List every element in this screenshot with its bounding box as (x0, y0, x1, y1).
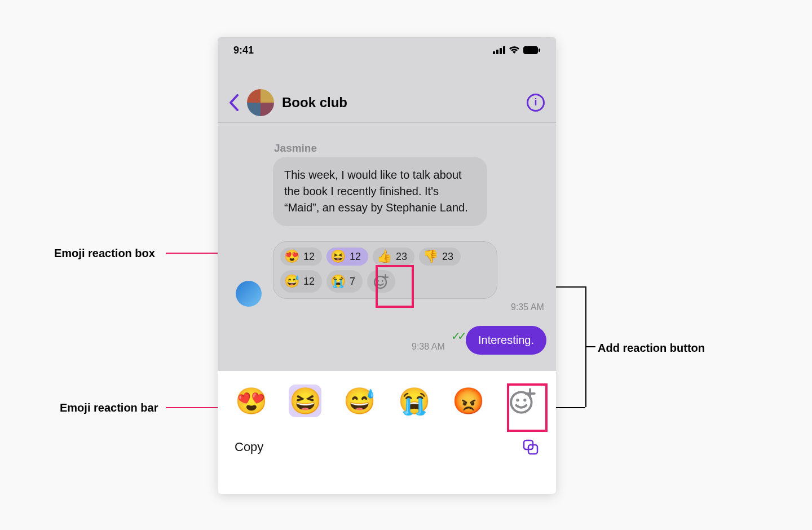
reaction-count: 12 (350, 251, 361, 263)
reaction-chip[interactable]: 👍23 (373, 248, 414, 266)
group-avatar[interactable] (247, 89, 274, 116)
reaction-chip[interactable]: 😆12 (326, 248, 368, 266)
reaction-emoji: 😅 (343, 386, 376, 416)
chat-title[interactable]: Book club (282, 95, 347, 111)
reaction-count: 12 (303, 276, 315, 288)
svg-point-8 (382, 280, 383, 282)
reaction-count: 23 (442, 251, 453, 263)
reaction-bar-item[interactable]: 😭 (398, 385, 430, 417)
phone-frame: 9:41 Book club i Jasmine This week, I wo… (218, 37, 556, 494)
reaction-count: 12 (303, 251, 315, 263)
svg-rect-4 (523, 46, 538, 54)
emoji-reaction-bar: 😍😆😅😭😡 (218, 371, 556, 429)
reaction-emoji: 😍 (284, 250, 299, 263)
reaction-chip[interactable]: 😭7 (326, 270, 363, 293)
svg-point-10 (516, 399, 519, 401)
svg-rect-5 (539, 48, 540, 52)
svg-point-6 (374, 276, 386, 288)
reaction-emoji: 😡 (452, 386, 484, 416)
reaction-bar-item[interactable]: 😡 (452, 385, 485, 417)
reaction-emoji: 😍 (235, 386, 267, 416)
reaction-chip[interactable]: 😍12 (280, 248, 322, 266)
reaction-emoji: 👎 (423, 250, 438, 263)
copy-label: Copy (235, 440, 263, 454)
annotation-connector (585, 346, 595, 347)
reaction-bar-item[interactable]: 😍 (235, 385, 267, 417)
add-reaction-icon (508, 386, 537, 416)
cellular-icon (493, 46, 505, 54)
svg-rect-2 (500, 48, 502, 54)
emoji-reaction-box: 😍12😆12👍23👎23😅12😭7 (273, 241, 497, 299)
svg-rect-3 (503, 46, 505, 54)
battery-icon (523, 46, 540, 54)
annotation-add-reaction: Add reaction button (598, 342, 705, 355)
reaction-bar-item[interactable]: 😆 (289, 385, 321, 417)
copy-icon (522, 439, 539, 456)
svg-point-9 (511, 392, 531, 412)
message-bubble-incoming[interactable]: This week, I would like to talk about th… (273, 157, 487, 226)
status-time: 9:41 (233, 45, 254, 56)
svg-point-7 (377, 280, 379, 282)
reaction-count: 23 (396, 251, 407, 263)
annotation-reaction-bar: Emoji reaction bar (60, 401, 158, 414)
info-button[interactable]: i (527, 94, 545, 112)
add-reaction-button[interactable] (506, 385, 539, 417)
svg-rect-0 (493, 51, 495, 54)
back-button[interactable] (229, 94, 239, 111)
reply-timestamp: 9:38 AM (412, 342, 445, 352)
reaction-emoji: 😅 (284, 275, 299, 288)
reaction-count: 7 (350, 276, 355, 288)
reaction-emoji: 😭 (330, 275, 346, 288)
reaction-chip[interactable]: 😅12 (280, 270, 322, 293)
wifi-icon (509, 46, 520, 54)
svg-rect-1 (496, 50, 498, 54)
status-indicators (493, 46, 540, 54)
message-timestamp: 9:35 AM (511, 302, 544, 312)
reaction-emoji: 😆 (289, 386, 321, 416)
status-bar: 9:41 (218, 37, 556, 63)
annotation-reaction-box: Emoji reaction box (54, 247, 155, 260)
chat-header: Book club i (218, 82, 556, 123)
reaction-bar-item[interactable]: 😅 (343, 385, 376, 417)
reaction-chip[interactable]: 👎23 (419, 248, 461, 266)
add-reaction-button[interactable] (367, 270, 395, 293)
sender-name: Jasmine (274, 142, 317, 154)
svg-point-11 (523, 399, 526, 401)
add-reaction-icon (373, 273, 390, 290)
message-bubble-outgoing[interactable]: Interesting. (466, 326, 546, 355)
context-menu-sheet: 😍😆😅😭😡 Copy (218, 371, 556, 494)
reaction-emoji: 👍 (377, 250, 392, 263)
reaction-emoji: 😆 (330, 250, 346, 263)
read-receipt-icon: ✓✓ (451, 329, 464, 343)
sender-avatar[interactable] (236, 281, 262, 307)
info-icon: i (534, 96, 537, 108)
reaction-emoji: 😭 (398, 386, 430, 416)
menu-item-copy[interactable]: Copy (218, 429, 556, 466)
